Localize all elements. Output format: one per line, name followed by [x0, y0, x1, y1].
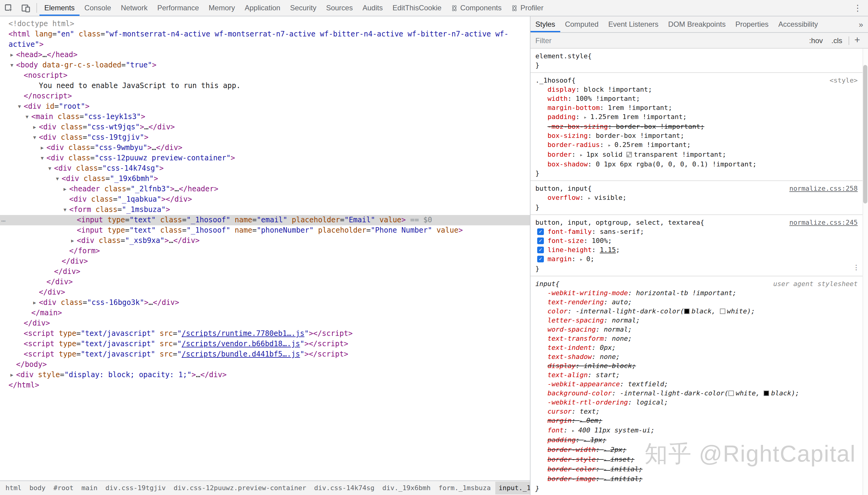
- expand-value-icon[interactable]: ▸: [580, 256, 586, 262]
- dom-tree-row[interactable]: </main>: [0, 308, 530, 318]
- expand-arrow-icon[interactable]: ▶: [31, 122, 38, 132]
- tab-performance[interactable]: Performance: [152, 0, 203, 16]
- tab-profiler[interactable]: Profiler: [507, 0, 548, 16]
- toggle-element-state-button[interactable]: :hov: [805, 34, 827, 47]
- css-declaration-margin[interactable]: ✓margin: ▸ 0;: [535, 255, 858, 264]
- expand-value-icon[interactable]: ▸: [604, 476, 610, 482]
- breadcrumb-div-css-14k74sg[interactable]: div.css-14k74sg: [311, 482, 377, 494]
- dom-tree-row[interactable]: </form>: [0, 246, 530, 256]
- device-toolbar-button[interactable]: [17, 0, 34, 16]
- dom-tree-row[interactable]: </noscript>: [0, 91, 530, 101]
- dom-tree-row[interactable]: ▼<div id="root">: [0, 101, 530, 112]
- expand-value-icon[interactable]: ▸: [580, 152, 586, 158]
- stylesheet-source-link[interactable]: normalize.css:245: [783, 218, 858, 227]
- css-declaration-moz-box-sizing[interactable]: -moz-box-sizing: border-box !important;: [535, 122, 858, 131]
- expand-arrow-icon[interactable]: ▶: [8, 370, 16, 380]
- dom-tree-row[interactable]: ▶<div class="css-wt9jqs">…</div>: [0, 122, 530, 132]
- color-swatch-black[interactable]: [764, 391, 769, 396]
- tab-accessibility[interactable]: Accessibility: [773, 16, 823, 32]
- styles-filter-input[interactable]: [535, 36, 805, 45]
- tab-styles[interactable]: Styles: [531, 16, 560, 32]
- css-declaration-background-color[interactable]: background-color: -internal-light-dark-c…: [535, 389, 858, 398]
- collapse-arrow-icon[interactable]: ▼: [61, 205, 69, 215]
- breadcrumb-form-1msbuza[interactable]: form._1msbuza: [436, 482, 494, 494]
- css-declaration-box-sizing[interactable]: box-sizing: border-box !important;: [535, 131, 858, 140]
- dom-tree-row[interactable]: </div>: [0, 318, 530, 328]
- breadcrumb-body[interactable]: body: [26, 482, 49, 494]
- css-declaration-border-color[interactable]: border-color: ▸ initial;: [535, 465, 858, 474]
- expand-arrow-icon[interactable]: ▶: [38, 143, 46, 153]
- css-declaration-word-spacing[interactable]: word-spacing: normal;: [535, 325, 858, 334]
- inspect-element-button[interactable]: [0, 0, 17, 16]
- css-declaration-margin[interactable]: margin: ▸ 0em;: [535, 416, 858, 426]
- css-declaration-webkit-rtl-ordering[interactable]: -webkit-rtl-ordering: logical;: [535, 398, 858, 407]
- collapse-arrow-icon[interactable]: ▼: [23, 112, 31, 122]
- dom-tree-row[interactable]: </div>: [0, 287, 530, 297]
- tab-editthiscookie[interactable]: EditThisCookie: [388, 0, 446, 16]
- declaration-enabled-checkbox[interactable]: ✓: [537, 256, 544, 262]
- tab-sources[interactable]: Sources: [321, 0, 357, 16]
- expand-value-icon[interactable]: ▸: [604, 457, 610, 463]
- tab-network[interactable]: Network: [116, 0, 152, 16]
- css-declaration-cursor[interactable]: cursor: text;: [535, 407, 858, 416]
- dom-tree-row[interactable]: <!doctype html>: [0, 19, 530, 29]
- breadcrumb-div-css-12puuwz-preview-container[interactable]: div.css-12puuwz.preview-container: [171, 482, 309, 494]
- expand-value-icon[interactable]: ▸: [572, 428, 579, 434]
- collapse-arrow-icon[interactable]: ▼: [54, 174, 61, 184]
- css-declaration-font[interactable]: font: ▸ 400 11px system-ui;: [535, 426, 858, 436]
- css-declaration-text-rendering[interactable]: text-rendering: auto;: [535, 297, 858, 307]
- tab-security[interactable]: Security: [285, 0, 321, 16]
- dom-tree-row[interactable]: <script type="text/javascript" src="/scr…: [0, 339, 530, 349]
- css-declaration-box-shadow[interactable]: box-shadow: 0 1px 6px rgba(0, 0, 0, 0.1)…: [535, 160, 858, 169]
- tab-memory[interactable]: Memory: [204, 0, 240, 16]
- tab-console[interactable]: Console: [79, 0, 116, 16]
- tab-components[interactable]: Components: [446, 0, 507, 16]
- css-declaration-letter-spacing[interactable]: letter-spacing: normal;: [535, 316, 858, 325]
- collapse-arrow-icon[interactable]: ▼: [8, 60, 16, 70]
- expand-value-icon[interactable]: ▸: [580, 418, 586, 424]
- tab-dom-breakpoints[interactable]: DOM Breakpoints: [663, 16, 730, 32]
- tree-row-input-phone[interactable]: <input type="text" class="_1hosoof" name…: [0, 225, 530, 236]
- expand-arrow-icon[interactable]: ▶: [8, 50, 16, 60]
- tab-application[interactable]: Application: [240, 0, 285, 16]
- rule-more-options-icon[interactable]: ⋮: [853, 263, 860, 272]
- source-link[interactable]: /scripts/vendor.b66bd18….js: [181, 340, 300, 348]
- breadcrumb-main[interactable]: main: [78, 482, 101, 494]
- breadcrumb-div-css-19tgjiv[interactable]: div.css-19tgjiv: [102, 482, 169, 494]
- rule-selector[interactable]: button, input: [535, 184, 588, 193]
- dom-tree-row[interactable]: ▶<div class="_xsb9xa">…</div>: [0, 236, 530, 246]
- expand-arrow-icon[interactable]: ▶: [31, 297, 38, 308]
- color-swatch-black[interactable]: [684, 309, 690, 314]
- tree-row-input-email[interactable]: …<input type="text" class="_1hosoof" nam…: [0, 215, 530, 225]
- tab-audits[interactable]: Audits: [357, 0, 388, 16]
- dom-tree-row[interactable]: </div>: [0, 277, 530, 287]
- rule-selector[interactable]: element.style: [535, 52, 588, 61]
- css-declaration-font-size[interactable]: ✓font-size: 100%;: [535, 236, 858, 245]
- dom-tree-row[interactable]: ▶<head>…</head>: [0, 50, 530, 60]
- css-declaration-border-style[interactable]: border-style: ▸ inset;: [535, 455, 858, 465]
- css-declaration-overflow[interactable]: overflow: ▸ visible;: [535, 193, 858, 203]
- more-options-icon[interactable]: ⋮: [847, 0, 868, 16]
- collapse-arrow-icon[interactable]: ▼: [16, 101, 23, 112]
- css-declaration-text-shadow[interactable]: text-shadow: none;: [535, 352, 858, 361]
- dom-tree-row[interactable]: ▼<main class="css-1eyk1s3">: [0, 112, 530, 122]
- css-declaration-border[interactable]: border: ▸ 1px solid transparent !importa…: [535, 150, 858, 160]
- collapse-arrow-icon[interactable]: ▼: [46, 164, 53, 174]
- expand-value-icon[interactable]: ▸: [584, 437, 590, 443]
- css-declaration-border-image[interactable]: border-image: ▸ initial;: [535, 474, 858, 484]
- dom-tree-row[interactable]: ▼<div class="_19x6bmh">: [0, 174, 530, 184]
- dom-tree-row[interactable]: <html lang="en" class="wf-montserrat-n4-…: [0, 29, 530, 50]
- dom-tree-row[interactable]: </body>: [0, 360, 530, 370]
- rule-selector[interactable]: button, input, optgroup, select, textare…: [535, 218, 700, 227]
- expand-value-icon[interactable]: ▸: [608, 142, 615, 148]
- source-link[interactable]: /scripts/bundle.d441bf5….js: [181, 350, 300, 358]
- css-declaration-display[interactable]: display: inline-block;: [535, 361, 858, 371]
- row-actions-icon[interactable]: …: [1, 215, 6, 224]
- expand-value-icon[interactable]: ▸: [604, 447, 610, 453]
- css-declaration-padding[interactable]: padding: ▸ 1px;: [535, 436, 858, 445]
- breadcrumb-input-1hosoof[interactable]: input._1hosoof: [496, 482, 530, 494]
- color-swatch-white[interactable]: [728, 391, 734, 396]
- dom-tree-row[interactable]: ▼<form class="_1msbuza">: [0, 205, 530, 215]
- dom-tree-row[interactable]: ▼<body data-gr-c-s-loaded="true">: [0, 60, 530, 70]
- css-declaration-display[interactable]: display: block !important;: [535, 85, 858, 94]
